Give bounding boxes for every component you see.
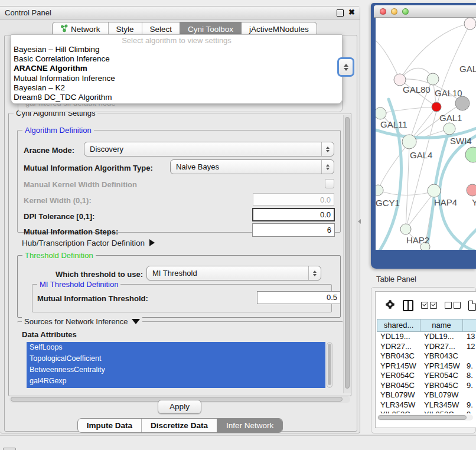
bottom-strip: [0, 435, 476, 450]
svg-text:SWI4: SWI4: [450, 136, 472, 146]
table-row[interactable]: YBL079WYBL079W: [377, 390, 476, 400]
table-horizontal-scrollbar[interactable]: [377, 415, 473, 420]
algorithm-dropdown-popup: Select algorithm to view settings Bayesi…: [11, 34, 343, 104]
expand-right-icon: [149, 239, 155, 246]
attribute-item-selected[interactable]: SelfLoops: [27, 342, 325, 353]
document-icon[interactable]: [468, 301, 476, 311]
attribute-item-selected[interactable]: gal4RGexp: [27, 376, 325, 387]
manual-kernel-label: Manual Kernel Width Definition: [24, 180, 137, 189]
svg-text:GAL80: GAL80: [403, 84, 431, 94]
threshold-definition-group: Threshold Definition Which threshold to …: [17, 255, 341, 318]
svg-text:GCY1: GCY1: [376, 198, 400, 208]
settings-vertical-scrollbar[interactable]: [343, 115, 351, 393]
control-panel-title: Control Panel: [5, 8, 51, 17]
table-row[interactable]: YIL052CYIL052C9.: [377, 410, 476, 413]
tab-infer-network[interactable]: Infer Network: [217, 419, 282, 432]
algorithm-option[interactable]: Basic Correlation Inference: [11, 54, 342, 64]
threshold-definition-title: Threshold Definition: [22, 251, 96, 260]
hub-definition-expander[interactable]: Hub/Transcription Factor Definition: [22, 239, 155, 247]
cyni-bottom-tabbar: Impute Data Discretize Data Infer Networ…: [0, 418, 360, 433]
algorithm-definition-title: Algorithm Definition: [22, 126, 94, 135]
svg-text:HAP4: HAP4: [434, 197, 457, 207]
kernel-width-field[interactable]: 0.0: [253, 193, 334, 206]
control-panel-window: Control Panel ✖ Network Style Select Cyn…: [0, 6, 360, 433]
close-traffic-light-icon[interactable]: [380, 8, 386, 15]
collapse-down-icon: [132, 319, 140, 324]
docked-window-icon[interactable]: [3, 448, 16, 450]
table-panel-title: Table Panel: [376, 275, 416, 283]
algorithm-option-selected[interactable]: ARACNE Algorithm: [11, 64, 342, 73]
deselect-all-checkboxes-icon[interactable]: [445, 302, 461, 309]
aracne-mode-value: Discovery: [84, 145, 321, 154]
attribute-item-selected[interactable]: TopologicalCoefficient: [27, 353, 325, 364]
spinner-down-icon[interactable]: [344, 68, 348, 71]
table-panel-window: shared... name A YDL19...YDL19...13 YDR2…: [371, 287, 476, 433]
tab-impute-data[interactable]: Impute Data: [78, 419, 141, 432]
close-icon[interactable]: ✖: [348, 8, 355, 17]
combo-arrows-icon: [308, 266, 321, 280]
network-icon: [60, 24, 68, 34]
sources-group-title[interactable]: Sources for Network Inference: [22, 317, 142, 326]
algorithm-option[interactable]: Dream8 DC_TDC Algorithm: [11, 93, 342, 102]
algorithm-option[interactable]: Bayesian – Hill Climbing: [11, 45, 342, 54]
mi-type-combo[interactable]: Naive Bayes: [170, 159, 334, 174]
mi-type-value: Naive Bayes: [171, 162, 321, 171]
popup-placeholder-text: Select algorithm to view settings: [11, 36, 342, 45]
table-row[interactable]: YER054CYER054C8.: [377, 371, 476, 381]
svg-text:GAL10: GAL10: [435, 88, 462, 98]
table-row[interactable]: YPR145WYPR145W9.: [377, 361, 476, 371]
cyni-algorithm-settings-group: Cyni Algorithm Settings Algorithm Defini…: [8, 113, 351, 396]
mi-steps-label: Mutual Information Steps:: [24, 227, 118, 236]
float-window-icon[interactable]: [337, 9, 344, 17]
table-row[interactable]: YDR27...YDR27...12: [377, 342, 476, 352]
algorithm-option[interactable]: Bayesian – K2: [11, 83, 342, 93]
network-view-window: GALGAL80GAL10GAL1GAL11SWI4GAL4GCY1HAP4YH…: [371, 3, 476, 269]
manual-kernel-checkbox[interactable]: [325, 179, 334, 188]
dpi-tolerance-field[interactable]: 0.0: [252, 208, 335, 221]
dpi-tolerance-label: DPI Tolerance [0,1]:: [24, 212, 94, 221]
column-header-shared-name[interactable]: shared...: [377, 319, 420, 332]
table-row[interactable]: YLR345WYLR345W9.: [377, 400, 476, 410]
table-row[interactable]: YBR043CYBR043C: [377, 351, 476, 361]
tab-network-label: Network: [71, 25, 100, 34]
minimize-traffic-light-icon[interactable]: [391, 8, 397, 15]
which-threshold-value: MI Threshold: [147, 269, 308, 278]
tab-discretize-data[interactable]: Discretize Data: [141, 419, 217, 432]
which-threshold-combo[interactable]: MI Threshold: [146, 266, 321, 281]
select-all-checkboxes-icon[interactable]: [421, 302, 437, 309]
algorithm-option[interactable]: Mutual Information Inference: [11, 74, 342, 83]
column-header-third[interactable]: A: [463, 319, 476, 332]
data-attributes-label: Data Attributes: [22, 330, 77, 339]
table-toolbar: [376, 292, 476, 319]
columns-icon[interactable]: [403, 300, 413, 311]
aracne-mode-label: Aracne Mode:: [24, 146, 74, 155]
spinner-up-icon[interactable]: [344, 64, 348, 67]
table-row[interactable]: YDL19...YDL19...13: [377, 332, 476, 342]
table-header-row: shared... name A: [377, 319, 476, 332]
column-header-name[interactable]: name: [420, 319, 463, 332]
network-canvas-svg: GALGAL80GAL10GAL1GAL11SWI4GAL4GCY1HAP4YH…: [376, 18, 476, 250]
kernel-width-label: Kernel Width (0,1):: [24, 196, 92, 205]
network-window-titlebar[interactable]: [374, 5, 476, 18]
combo-arrows-icon: [321, 142, 334, 156]
table-row[interactable]: YBR045CYBR045C9.: [377, 381, 476, 391]
algorithm-definition-group: Algorithm Definition Aracne Mode: Discov…: [17, 130, 341, 233]
sources-group: Sources for Network Inference Data Attri…: [17, 321, 343, 392]
focused-spinner-button[interactable]: [337, 57, 354, 77]
zoom-traffic-light-icon[interactable]: [402, 8, 409, 15]
attribute-item-selected[interactable]: BetweennessCentrality: [27, 364, 325, 376]
control-panel-titlebar[interactable]: Control Panel ✖: [0, 6, 360, 19]
hub-definition-label: Hub/Transcription Factor Definition: [22, 239, 145, 247]
mi-steps-field[interactable]: 6: [252, 223, 335, 237]
attribute-list-scrollbar[interactable]: [327, 342, 332, 388]
mi-threshold-label: Mutual Information Threshold:: [37, 294, 148, 303]
gear-icon[interactable]: [385, 299, 395, 312]
which-threshold-label: Which threshold to use:: [56, 270, 143, 279]
mi-threshold-field[interactable]: 0.5: [257, 291, 341, 304]
network-canvas[interactable]: GALGAL80GAL10GAL1GAL11SWI4GAL4GCY1HAP4YH…: [376, 18, 476, 250]
table-body: YDL19...YDL19...13 YDR27...YDR27...12 YB…: [377, 332, 476, 413]
svg-text:HAP2: HAP2: [406, 235, 429, 245]
data-attributes-list[interactable]: SelfLoops TopologicalCoefficient Between…: [27, 342, 325, 388]
apply-button[interactable]: Apply: [158, 400, 201, 414]
aracne-mode-combo[interactable]: Discovery: [84, 142, 334, 156]
